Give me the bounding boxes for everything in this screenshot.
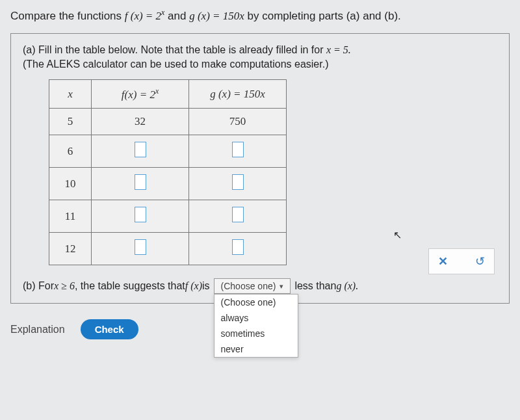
- fx-expr: f (x) = 2x: [125, 10, 165, 22]
- cell-g: [189, 168, 287, 200]
- dropdown-option[interactable]: sometimes: [214, 326, 298, 341]
- cell-f: [92, 233, 189, 265]
- part-a-eq: x = 5.: [326, 44, 351, 55]
- cell-f: 32: [92, 109, 189, 135]
- part-a-line1-pre: (a) Fill in the table below. Note that t…: [23, 44, 326, 55]
- part-a-line2: (The ALEKS calculator can be used to mak…: [23, 59, 328, 70]
- dropdown-option[interactable]: never: [214, 341, 298, 357]
- part-b-cond: x ≥ 6: [54, 280, 75, 292]
- question-suffix: by completing parts (a) and (b).: [248, 10, 401, 22]
- cursor-icon: ↖: [393, 229, 402, 241]
- cell-g: 750: [189, 109, 287, 135]
- explanation-button[interactable]: Explanation: [10, 324, 65, 335]
- col-gx-header: g (x) = 150x: [189, 80, 287, 109]
- action-icons: ✕ ↺: [428, 248, 495, 274]
- check-button[interactable]: Check: [81, 319, 138, 339]
- col-x-header: x: [49, 80, 92, 109]
- table-row: 6: [49, 135, 287, 168]
- input-g-10[interactable]: [232, 174, 244, 190]
- cell-x: 6: [49, 135, 92, 168]
- cell-g: [189, 135, 287, 168]
- dropdown-wrap: (Choose one) ▾ (Choose one) always somet…: [214, 278, 291, 294]
- input-f-6[interactable]: [135, 142, 146, 157]
- reset-icon[interactable]: ↺: [475, 254, 485, 269]
- input-g-6[interactable]: [232, 142, 244, 157]
- chevron-down-icon: ▾: [280, 282, 283, 291]
- question-mid: and: [168, 10, 189, 22]
- input-f-11[interactable]: [135, 207, 146, 222]
- part-b-row: (b) For x ≥ 6 , the table suggests that …: [23, 278, 497, 294]
- part-b-suffix-pre: less than: [294, 280, 336, 292]
- input-g-12[interactable]: [232, 239, 244, 255]
- part-b-is: is: [202, 280, 210, 292]
- input-f-10[interactable]: [135, 174, 146, 190]
- part-a-text: (a) Fill in the table below. Note that t…: [23, 43, 497, 72]
- cell-f: [92, 200, 189, 233]
- cell-g: [189, 200, 287, 233]
- part-b-mid: , the table suggests that: [75, 280, 185, 292]
- part-b-fx: f (x): [185, 280, 202, 292]
- gx-expr: g (x) = 150x: [189, 10, 244, 22]
- part-b-gx: g (x).: [336, 280, 358, 292]
- table-row: 11: [49, 200, 287, 233]
- dropdown-option[interactable]: always: [214, 310, 298, 326]
- data-table: x f(x) = 2x g (x) = 150x 5 32 750 6 10: [49, 79, 287, 265]
- cell-f: [92, 168, 189, 200]
- dropdown-menu: (Choose one) always sometimes never: [214, 294, 298, 358]
- cell-f: [92, 135, 189, 168]
- close-icon[interactable]: ✕: [438, 254, 448, 269]
- col-fx-header: f(x) = 2x: [92, 80, 189, 109]
- cell-x: 12: [49, 233, 92, 265]
- part-b-prefix: (b) For: [23, 280, 54, 292]
- input-f-12[interactable]: [135, 239, 146, 255]
- dropdown-button[interactable]: (Choose one) ▾: [214, 278, 291, 294]
- dropdown-label: (Choose one): [221, 281, 276, 291]
- cell-x: 5: [49, 109, 92, 135]
- question-prefix: Compare the functions: [10, 10, 125, 22]
- cell-x: 10: [49, 168, 92, 200]
- main-box: (a) Fill in the table below. Note that t…: [10, 33, 510, 304]
- question-header: Compare the functions f (x) = 2x and g (…: [10, 8, 510, 23]
- input-g-11[interactable]: [232, 207, 244, 222]
- cell-g: [189, 233, 287, 265]
- dropdown-option[interactable]: (Choose one): [214, 295, 298, 310]
- table-row: 10: [49, 168, 287, 200]
- table-row: 5 32 750: [49, 109, 287, 135]
- table-row: 12: [49, 233, 287, 265]
- cell-x: 11: [49, 200, 92, 233]
